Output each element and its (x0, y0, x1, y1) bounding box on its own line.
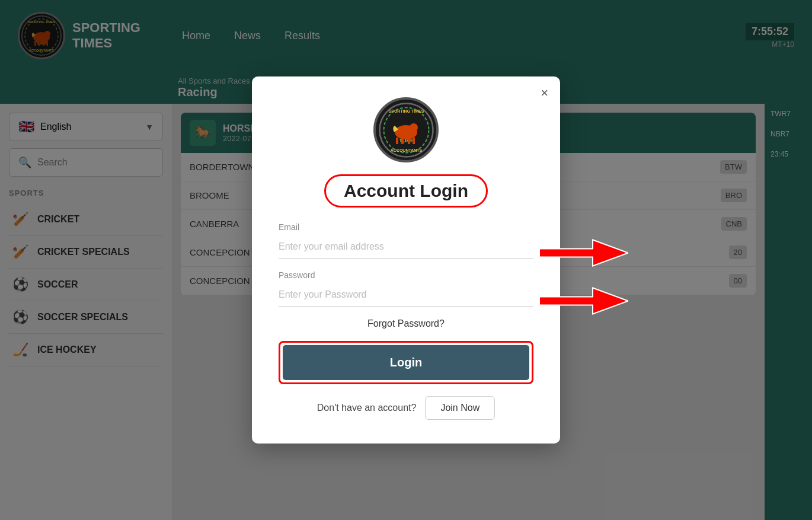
modal-close-button[interactable]: × (541, 85, 548, 101)
password-input[interactable] (279, 283, 533, 307)
modal-logo-area: SPORTING TIMES ACCOUNTANTS TURF (279, 97, 533, 162)
svg-rect-18 (396, 138, 398, 144)
svg-point-17 (410, 123, 418, 132)
svg-marker-22 (539, 240, 628, 266)
email-label: Email (279, 222, 533, 232)
login-button[interactable]: Login (283, 345, 529, 380)
password-arrow-icon (539, 285, 628, 317)
svg-marker-23 (539, 288, 628, 314)
modal-logo-icon: SPORTING TIMES ACCOUNTANTS TURF (373, 97, 439, 162)
modal-title: Account Login (324, 174, 488, 208)
forgot-password-link[interactable]: Forgot Password? (279, 318, 533, 329)
login-button-wrap: Login (279, 341, 533, 384)
modal-overlay[interactable]: × SPORTING TIMES ACCOUNTANTS TURF (0, 0, 812, 520)
email-field-wrap (279, 235, 533, 270)
svg-rect-21 (413, 138, 415, 144)
svg-rect-19 (401, 138, 404, 144)
svg-text:ACCOUNTANTS: ACCOUNTANTS (390, 148, 422, 152)
password-label: Password (279, 270, 533, 280)
join-now-button[interactable]: Join Now (425, 396, 495, 420)
password-field-wrap (279, 283, 533, 318)
no-account-text: Don't have an account? (317, 403, 417, 413)
email-arrow-icon (539, 237, 628, 269)
email-input[interactable] (279, 235, 533, 259)
svg-rect-20 (408, 138, 410, 144)
svg-text:SPORTING TIMES: SPORTING TIMES (388, 109, 424, 113)
login-modal: × SPORTING TIMES ACCOUNTANTS TURF (252, 76, 560, 444)
register-row: Don't have an account? Join Now (279, 396, 533, 420)
modal-title-wrap: Account Login (279, 174, 533, 208)
